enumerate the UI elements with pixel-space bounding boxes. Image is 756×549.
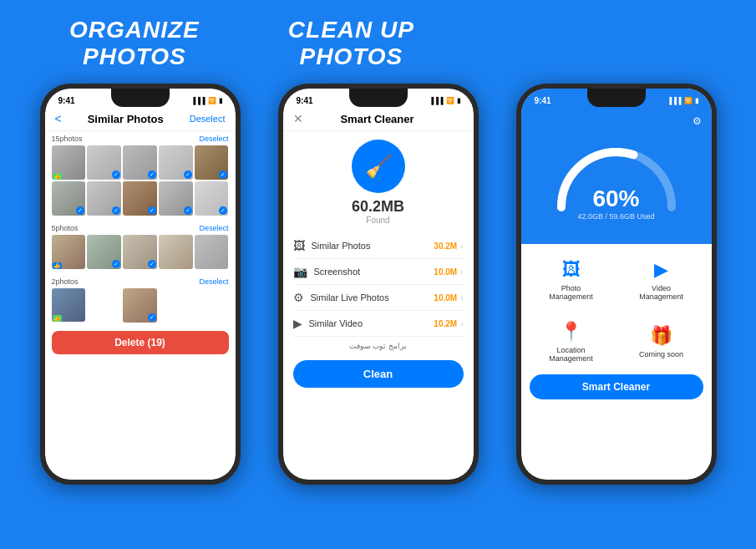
photo-management-icon: 🖼 [562, 259, 581, 281]
phone3-top-area: ⚙ 60% 42.0GB / 59.6GB Used [521, 109, 712, 244]
phone-2: 9:41 ▐▐▐ 🛜 ▮ ✕ Smart Cleaner 🧹 60.2MB Fo… [278, 84, 479, 485]
photo-thumb[interactable] [195, 181, 229, 216]
photo-thumb[interactable] [52, 288, 85, 322]
delete-button[interactable]: Delete (19) [52, 331, 229, 354]
phone2-status-bar: 9:41 ▐▐▐ 🛜 ▮ [283, 89, 474, 109]
video-management-card[interactable]: ▶ VideoManagement [620, 252, 703, 308]
photo-management-card[interactable]: 🖼 PhotoManagement [530, 252, 613, 308]
signal-icon: ▐▐▐ [429, 97, 443, 104]
photo-group-3-header: 2photos Deselect [52, 277, 229, 286]
phone-3-screen: 9:41 ▐▐▐ 🛜 ▮ ⚙ [521, 89, 712, 480]
header1-line2: PHOTOS [83, 43, 186, 69]
photo-group-3: 2photos Deselect [45, 274, 236, 328]
wifi-icon: 🛜 [684, 97, 693, 104]
group1-deselect[interactable]: Deselect [199, 135, 228, 143]
header2-line1: CLEAN UP [288, 17, 414, 43]
group1-count: 15photos [52, 135, 83, 143]
live-photos-label: Similar Live Photos [311, 292, 389, 302]
photo-management-label: PhotoManagement [549, 284, 593, 301]
phone3-time: 9:41 [535, 96, 551, 105]
cleaner-item-live-photos[interactable]: ⚙ Similar Live Photos 10.0M › [293, 285, 464, 311]
arrow-icon: › [460, 319, 463, 328]
cleaner-item-screenshot[interactable]: 📷 Screenshot 10.0M › [293, 259, 464, 285]
gauge-used: 42.0GB / 59.6GB Used [577, 212, 654, 221]
photo-thumb[interactable] [52, 235, 86, 269]
group2-count: 5photos [52, 224, 79, 232]
battery-icon: ▮ [695, 97, 698, 104]
cleaner-icon-area: 🧹 60.2MB Found [283, 131, 474, 230]
arrow-icon: › [460, 293, 463, 302]
phone1-time: 9:41 [58, 96, 75, 105]
live-photos-icon: ⚙ [293, 291, 304, 304]
group3-deselect[interactable]: Deselect [199, 277, 228, 286]
photo-thumb[interactable] [87, 235, 121, 269]
phone2-title: Smart Cleaner [340, 113, 414, 125]
photo-thumb[interactable] [123, 288, 157, 323]
photo-thumb[interactable] [195, 145, 229, 180]
photo-thumb[interactable] [159, 145, 193, 180]
cleaner-item-similar-photos[interactable]: 🖼 Similar Photos 30.2M › [293, 233, 464, 259]
photo-thumb[interactable] [123, 235, 157, 269]
watermark-text: برامج توب سوفت [283, 340, 474, 353]
phone2-time: 9:41 [297, 96, 313, 105]
location-management-card[interactable]: 📍 LocationManagement [530, 314, 613, 369]
phone1-title: Similar Photos [88, 113, 164, 125]
photo-thumb[interactable] [52, 145, 86, 180]
close-button[interactable]: ✕ [293, 112, 303, 125]
photo-grid-1 [52, 145, 229, 216]
phone3-top-icons: ⚙ [531, 115, 702, 127]
coming-soon-label: Coming soon [639, 350, 683, 358]
cleaner-circle-icon: 🧹 [352, 140, 405, 193]
settings-icon[interactable]: ⚙ [693, 115, 702, 127]
wifi-icon: 🛜 [446, 97, 454, 104]
deselect-button[interactable]: Deselect [190, 114, 226, 124]
photo-group-1: 15photos Deselect [45, 131, 236, 221]
phone-1: 9:41 ▐▐▐ 🛜 ▮ < Similar Photos Deselect 1… [40, 84, 241, 485]
arrow-icon: › [460, 267, 463, 277]
photo-thumb[interactable] [159, 181, 193, 216]
photo-thumb[interactable] [87, 145, 121, 180]
photo-thumb[interactable] [195, 235, 229, 269]
gauge-percent: 60% [592, 187, 639, 211]
cleaner-found-label: Found [366, 216, 389, 225]
phone-2-screen: 9:41 ▐▐▐ 🛜 ▮ ✕ Smart Cleaner 🧹 60.2MB Fo… [283, 89, 474, 480]
live-photos-size: 10.0M [434, 293, 457, 302]
photo-thumb[interactable] [87, 181, 121, 216]
signal-icon: ▐▐▐ [190, 97, 205, 104]
phone3-status-icons: ▐▐▐ 🛜 ▮ [667, 97, 698, 104]
group3-count: 2photos [52, 277, 79, 286]
video-icon: ▶ [293, 317, 302, 330]
cleaner-item-similar-video[interactable]: ▶ Similar Video 10.2M › [293, 311, 464, 337]
location-icon: 📍 [560, 321, 582, 343]
similar-photos-label: Similar Photos [312, 241, 371, 251]
photo-grid-3 [52, 288, 229, 323]
phone1-status-bar: 9:41 ▐▐▐ 🛜 ▮ [45, 89, 236, 109]
screenshot-label: Screenshot [314, 267, 361, 277]
signal-icon: ▐▐▐ [667, 97, 681, 104]
photo-thumb[interactable] [123, 181, 157, 216]
similar-video-label: Similar Video [309, 318, 363, 328]
smart-cleaner-button[interactable]: Smart Cleaner [530, 374, 703, 399]
photo-grid-2 [52, 235, 229, 269]
phone3-status-bar: 9:41 ▐▐▐ 🛜 ▮ [521, 89, 712, 109]
phones-row: 9:41 ▐▐▐ 🛜 ▮ < Similar Photos Deselect 1… [25, 84, 731, 485]
back-button[interactable]: < [55, 112, 62, 125]
location-management-label: LocationManagement [549, 346, 593, 363]
screenshot-size: 10.0M [434, 267, 457, 277]
photo-thumb[interactable] [159, 235, 193, 269]
header1-line1: ORGANIZE [69, 17, 200, 43]
phone-1-screen: 9:41 ▐▐▐ 🛜 ▮ < Similar Photos Deselect 1… [45, 89, 236, 480]
photo-thumb[interactable] [123, 145, 157, 180]
arrow-icon: › [460, 241, 463, 251]
battery-icon: ▮ [457, 97, 460, 104]
photo-group-2: 5photos Deselect [45, 221, 236, 274]
photo-thumb[interactable] [52, 181, 86, 216]
header-row: ORGANIZE PHOTOS CLEAN UP PHOTOS [25, 17, 731, 70]
group2-deselect[interactable]: Deselect [199, 224, 228, 232]
clean-button[interactable]: Clean [293, 360, 464, 388]
similar-photos-size: 30.2M [434, 241, 457, 251]
video-management-icon: ▶ [654, 259, 668, 281]
header-title-1: ORGANIZE PHOTOS [69, 17, 200, 70]
similar-video-size: 10.2M [434, 319, 457, 328]
phone1-status-icons: ▐▐▐ 🛜 ▮ [190, 97, 221, 104]
